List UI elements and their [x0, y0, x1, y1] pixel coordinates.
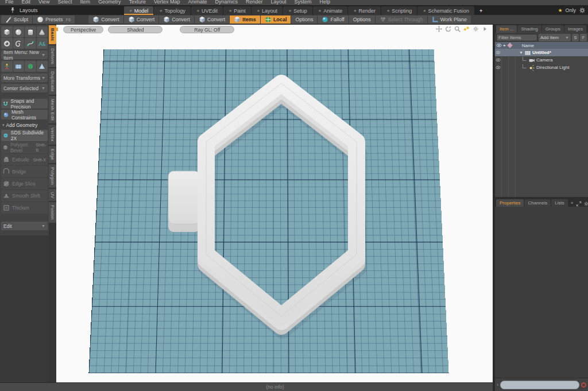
select-through-button[interactable]: Select Through: [376, 16, 428, 24]
vtab-edge[interactable]: Edge: [49, 146, 56, 163]
raygl-dropdown[interactable]: Ray GL: Off: [180, 26, 234, 33]
scene-mini-button[interactable]: S: [572, 34, 579, 41]
command-input[interactable]: [500, 381, 579, 389]
tree-row-directional-light[interactable]: Directional Light: [495, 64, 588, 71]
convert-button-4[interactable]: Convert: [195, 16, 230, 24]
expand-panel-icon[interactable]: [576, 201, 582, 207]
gear-icon[interactable]: [473, 26, 479, 32]
vtab-vertex[interactable]: Vertex: [49, 125, 56, 144]
shading-mode-dropdown[interactable]: Shaded: [108, 26, 163, 33]
tool-smooth-shift[interactable]: Smooth Shift: [1, 190, 48, 202]
menu-view[interactable]: View: [34, 0, 53, 5]
presets-button[interactable]: PresetsF6: [33, 16, 75, 24]
ws-tab-schematic-fusion[interactable]: ★Schematic Fusion: [417, 6, 474, 15]
hexagon-cookie-cutter-model[interactable]: [56, 25, 493, 382]
center-selected-dropdown[interactable]: Center Selected▼: [1, 84, 48, 92]
tab-lists[interactable]: Lists: [551, 199, 567, 207]
filter-mini-button[interactable]: F: [580, 34, 587, 41]
vtab-polygon[interactable]: Polygon: [49, 164, 56, 188]
ws-tab-setup[interactable]: ★Setup: [283, 6, 312, 15]
text-tool-button[interactable]: A&: [37, 38, 48, 49]
ground-plane-button[interactable]: [13, 61, 25, 72]
local-action-center-button[interactable]: Local: [261, 16, 292, 24]
expander-icon[interactable]: ▼: [519, 51, 523, 55]
tool-edge-slice[interactable]: Edge Slice: [1, 178, 48, 189]
torus-primitive-button[interactable]: [1, 38, 13, 49]
only-label[interactable]: Only: [565, 7, 576, 13]
cube-primitive-button[interactable]: [1, 26, 13, 37]
sphere-primitive-button[interactable]: [13, 26, 25, 37]
visibility-column-icon[interactable]: [496, 42, 502, 48]
vtab-fusion[interactable]: Fusion: [49, 202, 56, 223]
cone-primitive-button[interactable]: [37, 26, 48, 37]
falloff-options-button[interactable]: Options: [349, 16, 376, 24]
menu-render[interactable]: Render: [242, 0, 267, 5]
keyframe-icon[interactable]: [463, 26, 470, 32]
tool-extrude[interactable]: ExtrudeShift-X: [1, 154, 48, 165]
ws-tab-model[interactable]: ★Model: [124, 6, 154, 15]
ws-tab-topology[interactable]: ★Topology: [154, 6, 190, 15]
curve-tool-button[interactable]: [25, 38, 36, 49]
vtab-deform[interactable]: Deform: [49, 45, 56, 67]
lock-column-icon[interactable]: +: [503, 43, 506, 48]
sculpt-button[interactable]: Sculpt: [1, 16, 33, 24]
items-mode-button[interactable]: Items: [230, 16, 261, 24]
rotate-icon[interactable]: [445, 26, 451, 32]
ws-tab-scripting[interactable]: ★Scripting: [381, 6, 417, 15]
ws-tab-render[interactable]: ★Render: [348, 6, 381, 15]
snaps-precision-button[interactable]: Snaps and Precision: [1, 99, 48, 109]
ws-tab-uvedit[interactable]: ★UVEdit: [191, 6, 223, 15]
tree-row-mesh[interactable]: ▼ Untitled*: [495, 49, 588, 56]
tab-groups[interactable]: Groups: [542, 25, 564, 33]
add-workspace-tab-button[interactable]: +: [475, 6, 487, 15]
tool-sds-subdivide[interactable]: SDS Subdivide 2X: [1, 130, 48, 141]
filter-items-input[interactable]: [496, 34, 537, 41]
gear-icon[interactable]: [579, 7, 586, 14]
tab-images[interactable]: Images: [564, 25, 586, 33]
tab-item-list[interactable]: Item ...: [496, 25, 517, 33]
vtab-uv[interactable]: UV: [49, 189, 56, 202]
menu-file[interactable]: File: [1, 0, 18, 5]
menu-vertex-map[interactable]: Vertex Map: [150, 0, 184, 5]
pan-icon[interactable]: [436, 26, 442, 32]
menu-texture[interactable]: Texture: [125, 0, 150, 5]
tree-row-camera[interactable]: Camera: [495, 56, 588, 64]
menu-edit[interactable]: Edit: [18, 0, 35, 5]
work-plane-button[interactable]: Work Plane: [428, 16, 471, 24]
only-star-icon[interactable]: ★: [558, 7, 562, 13]
triangle-mesh-button[interactable]: [37, 61, 48, 72]
falloff-button[interactable]: Falloff: [318, 16, 349, 24]
viewport-3d[interactable]: Perspective Shaded Ray GL: Off: [56, 25, 493, 382]
menu-system[interactable]: System: [291, 0, 316, 5]
tool-thicken[interactable]: Thicken: [1, 202, 48, 214]
skeleton-button[interactable]: [1, 61, 13, 72]
ws-tab-layout[interactable]: ★Layout: [252, 6, 283, 15]
polysphere-button[interactable]: [25, 61, 36, 72]
tool-polygon-bevel[interactable]: Polygon BevelShift-B: [1, 142, 48, 153]
eye-icon[interactable]: [496, 57, 501, 63]
camera-view-dropdown[interactable]: Perspective: [63, 26, 103, 33]
menu-dynamics[interactable]: Dynamics: [211, 0, 242, 5]
item-menu-dropdown[interactable]: Item Menu: New Item▼: [1, 51, 48, 59]
eye-icon[interactable]: [496, 65, 501, 70]
vtab-duplicate[interactable]: Duplicate: [49, 68, 56, 95]
layouts-label[interactable]: Layouts: [20, 7, 38, 13]
pushpin-icon[interactable]: [9, 7, 16, 14]
ws-tab-paint[interactable]: ★Paint: [223, 6, 251, 15]
convert-button-2[interactable]: Convert: [124, 16, 160, 24]
more-transforms-dropdown[interactable]: More Transforms▼: [1, 73, 48, 82]
cylinder-primitive-button[interactable]: [25, 26, 36, 37]
add-item-dropdown[interactable]: Add Item▼: [539, 34, 571, 41]
add-panel-tab-button[interactable]: +: [568, 199, 576, 207]
zoom-icon[interactable]: [454, 26, 461, 32]
action-center-options-button[interactable]: Options: [291, 16, 318, 24]
tab-shading[interactable]: Shading: [517, 25, 541, 33]
vtab-basic[interactable]: Basic: [49, 25, 56, 44]
chevron-right-icon[interactable]: [482, 26, 488, 32]
ws-tab-animate[interactable]: ★Animate: [313, 6, 347, 15]
tool-bridge[interactable]: Bridge: [1, 166, 48, 177]
gear-icon[interactable]: [583, 201, 588, 207]
menu-animate[interactable]: Animate: [184, 0, 211, 5]
tab-channels[interactable]: Channels: [524, 199, 551, 207]
menu-layout[interactable]: Layout: [267, 0, 291, 5]
